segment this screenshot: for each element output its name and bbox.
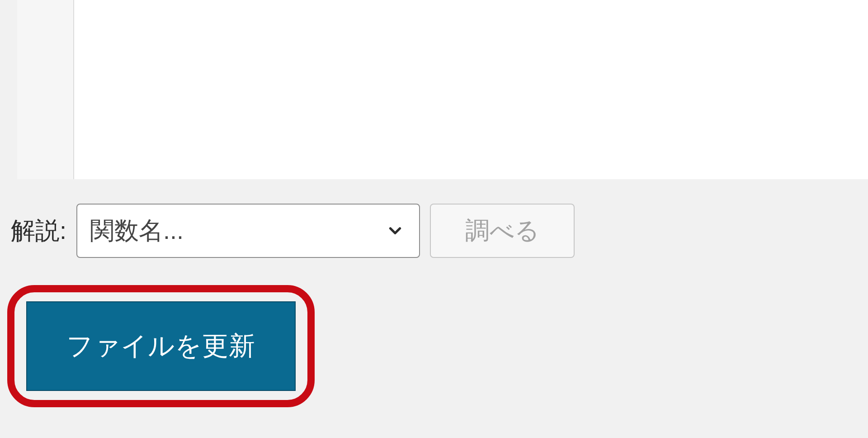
editor-line-gutter: [17, 0, 74, 179]
update-file-button-label: ファイルを更新: [66, 328, 255, 364]
highlight-annotation: ファイルを更新: [7, 285, 315, 407]
chevron-down-icon: [386, 221, 405, 240]
documentation-row: 解説: 関数名... 調べる: [11, 204, 575, 258]
function-name-select[interactable]: 関数名...: [76, 204, 420, 258]
lookup-button[interactable]: 調べる: [430, 204, 575, 258]
function-name-placeholder: 関数名...: [90, 214, 184, 248]
code-editor[interactable]: [17, 0, 868, 179]
update-file-button[interactable]: ファイルを更新: [26, 301, 296, 391]
lookup-button-label: 調べる: [465, 214, 539, 248]
documentation-label: 解説:: [11, 214, 66, 248]
